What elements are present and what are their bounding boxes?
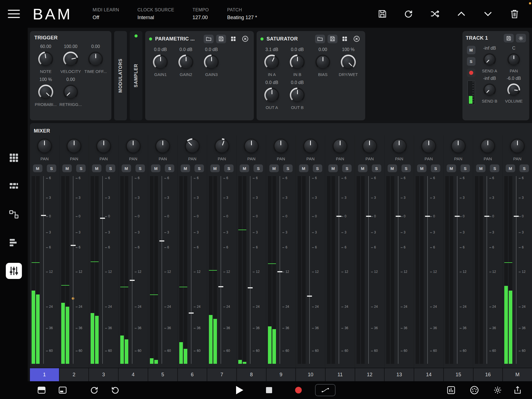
solo-button[interactable]: S bbox=[106, 164, 115, 172]
fader-track[interactable] bbox=[250, 176, 250, 364]
knob-control[interactable] bbox=[126, 138, 141, 154]
solo-button[interactable]: S bbox=[283, 164, 293, 172]
fader-handle[interactable] bbox=[218, 286, 223, 287]
mute-button[interactable]: M bbox=[467, 46, 475, 54]
levels-button[interactable] bbox=[446, 385, 456, 395]
fader-track[interactable] bbox=[102, 176, 103, 364]
stop-button[interactable] bbox=[266, 387, 272, 393]
chevron-down-button[interactable] bbox=[483, 9, 493, 19]
settings-button[interactable] bbox=[493, 385, 502, 395]
fader-track[interactable] bbox=[516, 176, 516, 364]
gear-icon[interactable] bbox=[516, 34, 526, 42]
redo-button[interactable] bbox=[111, 385, 120, 395]
knob-control[interactable] bbox=[332, 138, 348, 154]
mixer-tab-12[interactable]: 12 bbox=[355, 368, 384, 381]
solo-button[interactable]: S bbox=[165, 164, 174, 172]
knob-control[interactable] bbox=[63, 85, 78, 100]
close-icon[interactable] bbox=[352, 35, 361, 43]
knob-control[interactable] bbox=[66, 138, 82, 154]
mixer-tab-16[interactable]: 16 bbox=[474, 368, 503, 381]
mixer-tab-2[interactable]: 2 bbox=[60, 368, 89, 381]
undo-button[interactable] bbox=[403, 9, 413, 19]
tempo-field[interactable]: TEMPO 127.00 bbox=[193, 7, 209, 21]
mute-button[interactable]: M bbox=[447, 164, 456, 172]
fader-handle[interactable] bbox=[100, 218, 105, 219]
knob-control[interactable] bbox=[96, 138, 111, 154]
save-icon[interactable] bbox=[504, 34, 514, 42]
knob-control[interactable] bbox=[244, 138, 259, 154]
solo-button[interactable]: S bbox=[254, 164, 263, 172]
mute-button[interactable]: M bbox=[417, 164, 426, 172]
fader-handle[interactable] bbox=[277, 271, 282, 272]
mute-button[interactable]: M bbox=[210, 164, 220, 172]
mixer-tab-M[interactable]: M bbox=[503, 368, 532, 381]
solo-button[interactable]: S bbox=[490, 164, 499, 172]
knob-control[interactable] bbox=[264, 55, 279, 70]
mute-button[interactable]: M bbox=[476, 164, 485, 172]
modulators-tab[interactable]: MODULATORS bbox=[114, 31, 127, 120]
chevron-up-button[interactable] bbox=[456, 9, 467, 19]
fader-handle[interactable] bbox=[396, 216, 401, 217]
patch-field[interactable]: PATCH Beating 127 * bbox=[227, 7, 257, 21]
fader-handle[interactable] bbox=[189, 312, 194, 314]
solo-button[interactable]: S bbox=[313, 164, 322, 172]
midi-learn-field[interactable]: MIDI LEARN Off bbox=[93, 7, 119, 21]
mixer-tab-11[interactable]: 11 bbox=[326, 368, 355, 381]
knob-control[interactable] bbox=[214, 138, 230, 154]
mixer-tab-15[interactable]: 15 bbox=[444, 368, 473, 381]
solo-button[interactable]: S bbox=[195, 164, 204, 172]
knob-control[interactable] bbox=[507, 83, 520, 96]
knob-control[interactable] bbox=[451, 138, 466, 154]
knob-control[interactable] bbox=[88, 52, 103, 67]
mixer-tab-10[interactable]: 10 bbox=[296, 368, 325, 381]
mute-button[interactable]: M bbox=[358, 164, 367, 172]
fader-track[interactable] bbox=[368, 176, 369, 364]
knob-control[interactable] bbox=[38, 52, 53, 67]
knob-control[interactable] bbox=[341, 55, 356, 70]
solo-button[interactable]: S bbox=[431, 164, 440, 172]
fader-handle[interactable] bbox=[307, 296, 312, 297]
sampler-tab[interactable]: SAMPLER bbox=[130, 31, 142, 120]
knob-control[interactable] bbox=[264, 88, 279, 103]
trash-button[interactable] bbox=[509, 9, 520, 19]
device-enabled-led[interactable] bbox=[260, 37, 264, 40]
grid-icon[interactable] bbox=[340, 35, 349, 43]
fader-track[interactable] bbox=[280, 176, 280, 364]
mute-button[interactable]: M bbox=[388, 164, 397, 172]
share-button[interactable] bbox=[513, 385, 522, 395]
knob-control[interactable] bbox=[483, 83, 496, 96]
sidebar-item-sequencer[interactable] bbox=[6, 178, 22, 194]
knob-control[interactable] bbox=[155, 138, 170, 154]
menu-icon[interactable] bbox=[0, 9, 28, 19]
knob-control[interactable] bbox=[37, 138, 52, 154]
fader-track[interactable] bbox=[132, 176, 132, 364]
fader-track[interactable] bbox=[457, 176, 457, 364]
fader-track[interactable] bbox=[398, 176, 398, 364]
folder-icon[interactable] bbox=[315, 35, 325, 43]
fader-handle[interactable] bbox=[366, 216, 371, 217]
mute-button[interactable]: M bbox=[181, 164, 190, 172]
mute-button[interactable]: M bbox=[33, 164, 42, 172]
fader-track[interactable] bbox=[427, 176, 428, 364]
knob-control[interactable] bbox=[290, 55, 305, 70]
sidebar-item-mixer[interactable] bbox=[6, 263, 22, 279]
fader-track[interactable] bbox=[162, 176, 162, 364]
fader-handle[interactable] bbox=[248, 287, 253, 288]
fader-handle[interactable] bbox=[130, 280, 135, 281]
knob-control[interactable] bbox=[38, 85, 53, 100]
solo-button[interactable]: S bbox=[342, 164, 352, 172]
mixer-tab-1[interactable]: 1 bbox=[30, 368, 59, 381]
knob-control[interactable] bbox=[303, 138, 318, 154]
solo-button[interactable]: S bbox=[135, 164, 145, 172]
mixer-tab-6[interactable]: 6 bbox=[178, 368, 207, 381]
knob-control[interactable] bbox=[483, 53, 496, 66]
mixer-tab-4[interactable]: 4 bbox=[119, 368, 148, 381]
knob-control[interactable] bbox=[273, 138, 289, 154]
solo-button[interactable]: S bbox=[224, 164, 234, 172]
solo-button[interactable]: S bbox=[401, 164, 411, 172]
solo-button[interactable]: S bbox=[47, 164, 56, 172]
knob-control[interactable] bbox=[178, 55, 193, 70]
mixer-tab-13[interactable]: 13 bbox=[385, 368, 414, 381]
knob-control[interactable] bbox=[204, 55, 219, 70]
shuffle-button[interactable] bbox=[429, 9, 440, 19]
